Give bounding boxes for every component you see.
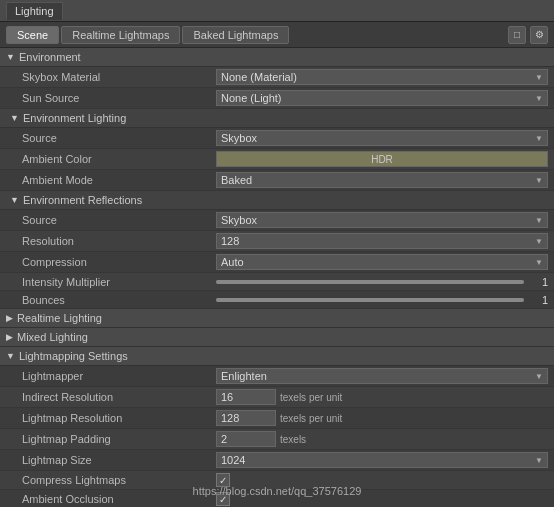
row-label: Indirect Resolution <box>6 391 216 403</box>
expand-arrow-icon: ▶ <box>6 332 13 342</box>
row-label: Resolution <box>6 235 216 247</box>
section-header-collapsed[interactable]: ▶Realtime Lighting <box>0 309 554 328</box>
subsection-header-env-lighting[interactable]: ▼Environment Lighting <box>0 109 554 128</box>
toolbar: SceneRealtime LightmapsBaked Lightmaps □… <box>0 22 554 48</box>
section-header[interactable]: ▼Lightmapping Settings <box>0 347 554 366</box>
hdr-field[interactable]: HDR <box>216 151 548 167</box>
section-title: Environment <box>19 51 81 63</box>
slider[interactable] <box>216 280 524 284</box>
dropdown[interactable]: Skybox▼ <box>216 212 548 228</box>
table-row: Ambient ColorHDR <box>0 149 554 170</box>
title-bar: Lighting <box>0 0 554 22</box>
row-label: Source <box>6 132 216 144</box>
row-label: Lightmap Size <box>6 454 216 466</box>
dropdown[interactable]: 1024▼ <box>216 452 548 468</box>
row-label: Bounces <box>6 294 216 306</box>
section-header[interactable]: ▼Environment <box>0 48 554 67</box>
dropdown[interactable]: 128▼ <box>216 233 548 249</box>
collapse-arrow-icon: ▼ <box>6 351 15 361</box>
toolbar-icons: □ ⚙ <box>508 26 548 44</box>
section-title: Mixed Lighting <box>17 331 88 343</box>
row-label: Ambient Occlusion <box>6 493 216 505</box>
row-label: Ambient Color <box>6 153 216 165</box>
dropdown[interactable]: Enlighten▼ <box>216 368 548 384</box>
collapse-arrow-icon: ▼ <box>6 52 15 62</box>
table-row: Lightmap Size1024▼ <box>0 450 554 471</box>
table-row: Lightmap Padding2texels <box>0 429 554 450</box>
row-label: Skybox Material <box>6 71 216 83</box>
toolbar-tab-baked-lightmaps[interactable]: Baked Lightmaps <box>182 26 289 44</box>
collapse-arrow-icon: ▼ <box>10 195 19 205</box>
table-row: Indirect Resolution16texels per unit <box>0 387 554 408</box>
subsection-title: Environment Lighting <box>23 112 126 124</box>
row-label: Intensity Multiplier <box>6 276 216 288</box>
expand-arrow-icon: ▶ <box>6 313 13 323</box>
subsection-header-env-reflections[interactable]: ▼Environment Reflections <box>0 191 554 210</box>
subsection-title: Environment Reflections <box>23 194 142 206</box>
section-title: Realtime Lighting <box>17 312 102 324</box>
slider[interactable] <box>216 298 524 302</box>
table-row: SourceSkybox▼ <box>0 210 554 231</box>
layout-icon-btn[interactable]: □ <box>508 26 526 44</box>
section-header-collapsed[interactable]: ▶Mixed Lighting <box>0 328 554 347</box>
dropdown[interactable]: None (Material)▼ <box>216 69 548 85</box>
table-row: Sun SourceNone (Light)▼ <box>0 88 554 109</box>
row-label: Lightmap Padding <box>6 433 216 445</box>
row-label: Lightmapper <box>6 370 216 382</box>
row-label: Compression <box>6 256 216 268</box>
table-row: Skybox MaterialNone (Material)▼ <box>0 67 554 88</box>
dropdown[interactable]: Skybox▼ <box>216 130 548 146</box>
content-area: ▼EnvironmentSkybox MaterialNone (Materia… <box>0 48 554 507</box>
table-row: Bounces1 <box>0 291 554 309</box>
settings-icon-btn[interactable]: ⚙ <box>530 26 548 44</box>
number-field[interactable]: 2 <box>216 431 276 447</box>
watermark: https://blog.csdn.net/qq_37576129 <box>193 485 362 497</box>
table-row: Resolution128▼ <box>0 231 554 252</box>
section-title: Lightmapping Settings <box>19 350 128 362</box>
table-row: SourceSkybox▼ <box>0 128 554 149</box>
window-tab[interactable]: Lighting <box>6 2 63 20</box>
row-label: Ambient Mode <box>6 174 216 186</box>
number-field[interactable]: 128 <box>216 410 276 426</box>
row-label: Sun Source <box>6 92 216 104</box>
table-row: Intensity Multiplier1 <box>0 273 554 291</box>
dropdown[interactable]: Auto▼ <box>216 254 548 270</box>
table-row: Ambient ModeBaked▼ <box>0 170 554 191</box>
table-row: LightmapperEnlighten▼ <box>0 366 554 387</box>
row-label: Lightmap Resolution <box>6 412 216 424</box>
toolbar-tab-scene[interactable]: Scene <box>6 26 59 44</box>
number-field[interactable]: 16 <box>216 389 276 405</box>
table-row: CompressionAuto▼ <box>0 252 554 273</box>
row-label: Compress Lightmaps <box>6 474 216 486</box>
collapse-arrow-icon: ▼ <box>10 113 19 123</box>
table-row: Lightmap Resolution128texels per unit <box>0 408 554 429</box>
dropdown[interactable]: Baked▼ <box>216 172 548 188</box>
toolbar-tab-realtime-lightmaps[interactable]: Realtime Lightmaps <box>61 26 180 44</box>
dropdown[interactable]: None (Light)▼ <box>216 90 548 106</box>
row-label: Source <box>6 214 216 226</box>
